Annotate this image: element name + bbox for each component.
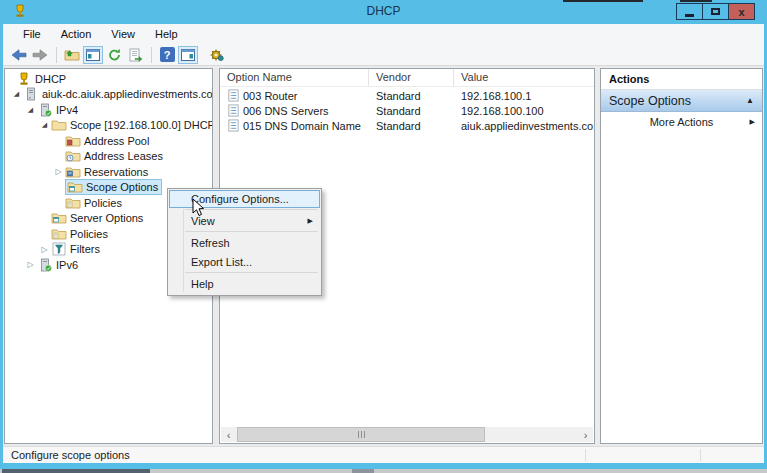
tree-item-server[interactable]: ◢ aiuk-dc.aiuk.appliedinvestments.co.uk: [5, 87, 212, 103]
console-window-icon: [181, 49, 195, 61]
tree-item-reservations[interactable]: ▷ Reservations: [5, 164, 212, 180]
menu-view[interactable]: View: [103, 26, 143, 42]
actions-section-scope-options[interactable]: Scope Options ▲: [601, 90, 762, 112]
refresh-icon: [107, 48, 122, 62]
gear-icon: [209, 48, 225, 62]
expander-closed-icon[interactable]: ▷: [52, 167, 65, 176]
statusbar-divider: [700, 449, 701, 461]
tree-item-label: aiuk-dc.aiuk.appliedinvestments.co.uk: [42, 88, 213, 100]
desktop-background-strip: [0, 469, 767, 473]
folder-icon: [51, 118, 67, 132]
dhcp-app-icon: [12, 3, 28, 19]
column-header-option-name[interactable]: Option Name: [220, 69, 369, 86]
menu-action[interactable]: Action: [53, 26, 100, 42]
option-value: aiuk.appliedinvestments.co.uk: [454, 120, 594, 132]
expander-open-icon[interactable]: ◢: [10, 90, 23, 98]
background-fragment: [680, 0, 712, 2]
customize-button[interactable]: [207, 46, 227, 64]
show-console-tree-button[interactable]: [83, 46, 103, 64]
scroll-right-arrow-icon[interactable]: ›: [578, 427, 593, 442]
dhcp-root-icon: [16, 72, 32, 86]
menu-separator: [185, 231, 318, 232]
up-folder-icon: [64, 48, 80, 62]
filters-funnel-icon: [51, 242, 67, 256]
menu-file[interactable]: File: [15, 26, 49, 42]
list-row-015-dns-domain[interactable]: 015 DNS Domain Name Standard aiuk.applie…: [220, 118, 594, 133]
server-options-folder-icon: [51, 211, 67, 225]
expander-open-icon[interactable]: ◢: [24, 106, 37, 114]
actions-section-title: Scope Options: [609, 94, 691, 108]
forward-button[interactable]: [30, 46, 50, 64]
tree-item-label: Reservations: [84, 166, 148, 178]
menu-item-export-list[interactable]: Export List...: [168, 252, 321, 271]
tree-item-label: Address Leases: [84, 150, 163, 162]
address-pool-folder-icon: [65, 134, 81, 148]
back-button[interactable]: [9, 46, 29, 64]
tree-item-dhcp-root[interactable]: DHCP: [5, 71, 212, 87]
tree-item-label: Policies: [84, 197, 122, 209]
titlebar[interactable]: DHCP x: [0, 0, 767, 24]
tree-item-label: Scope [192.168.100.0] DHCP: [70, 119, 213, 131]
background-fragment: [2, 469, 150, 473]
option-name: 003 Router: [243, 90, 297, 102]
actions-pane-header: Actions: [601, 69, 762, 90]
forward-arrow-icon: [32, 48, 48, 62]
expander-closed-icon[interactable]: ▷: [24, 260, 37, 269]
tree-item-label: Server Options: [70, 212, 143, 224]
menu-item-help[interactable]: Help: [168, 274, 321, 293]
tree-item-address-pool[interactable]: Address Pool: [5, 133, 212, 149]
more-actions-item[interactable]: More Actions ▶: [601, 112, 762, 132]
ipv4-server-check-icon: [37, 103, 53, 117]
close-icon: x: [738, 6, 744, 18]
refresh-button[interactable]: [104, 46, 124, 64]
horizontal-scrollbar[interactable]: ‹ ›: [221, 427, 593, 442]
tree-item-label: IPv4: [56, 104, 78, 116]
column-header-value[interactable]: Value: [454, 69, 594, 86]
option-vendor: Standard: [369, 90, 454, 102]
scrollbar-thumb[interactable]: [237, 427, 485, 442]
policies-folder-icon: [51, 227, 67, 241]
menu-item-refresh[interactable]: Refresh: [168, 233, 321, 252]
tree-item-label: Address Pool: [84, 135, 149, 147]
column-header-vendor[interactable]: Vendor: [369, 69, 454, 86]
minimize-icon: [685, 14, 694, 17]
tree-item-label: Filters: [70, 243, 100, 255]
menu-item-view[interactable]: View ▶: [168, 211, 321, 230]
up-one-level-button[interactable]: [62, 46, 82, 64]
close-button[interactable]: x: [728, 3, 755, 20]
context-menu: Configure Options... View ▶ Refresh Expo…: [167, 188, 322, 296]
tree-item-label: IPv6: [56, 259, 78, 271]
reservations-folder-icon: [65, 165, 81, 179]
address-leases-folder-icon: [65, 149, 81, 163]
tree-item-address-leases[interactable]: Address Leases: [5, 149, 212, 165]
export-list-button[interactable]: [125, 46, 145, 64]
expander-closed-icon[interactable]: ▷: [38, 245, 51, 254]
background-fragment: [563, 0, 643, 2]
toolbar-separator: [151, 47, 152, 63]
list-row-006-dns-servers[interactable]: 006 DNS Servers Standard 192.168.100.100: [220, 103, 594, 118]
collapse-chevron-up-icon[interactable]: ▲: [746, 96, 754, 105]
help-button[interactable]: ?: [157, 46, 177, 64]
back-arrow-icon: [11, 48, 27, 62]
more-actions-label: More Actions: [650, 116, 714, 128]
tree-item-label: Policies: [70, 228, 108, 240]
status-bar: Configure scope options: [3, 446, 764, 463]
list-header: Option Name Vendor Value: [220, 69, 594, 87]
toolbar: ?: [3, 44, 764, 66]
minimize-button[interactable]: [676, 3, 703, 20]
show-action-pane-button[interactable]: [178, 46, 198, 64]
tree-item-scope[interactable]: ◢ Scope [192.168.100.0] DHCP: [5, 118, 212, 134]
maximize-button[interactable]: [702, 3, 729, 20]
mouse-cursor: [192, 198, 206, 220]
actions-pane: Actions Scope Options ▲ More Actions ▶: [600, 68, 763, 444]
option-vendor: Standard: [369, 105, 454, 117]
menu-help[interactable]: Help: [147, 26, 186, 42]
statusbar-divider: [585, 449, 586, 461]
option-item-icon: [227, 104, 240, 117]
option-item-icon: [227, 89, 240, 102]
tree-item-ipv4[interactable]: ◢ IPv4: [5, 102, 212, 118]
expander-open-icon[interactable]: ◢: [38, 121, 51, 129]
submenu-arrow-icon: ▶: [750, 118, 755, 126]
list-row-003-router[interactable]: 003 Router Standard 192.168.100.1: [220, 88, 594, 103]
scroll-left-arrow-icon[interactable]: ‹: [221, 427, 236, 442]
